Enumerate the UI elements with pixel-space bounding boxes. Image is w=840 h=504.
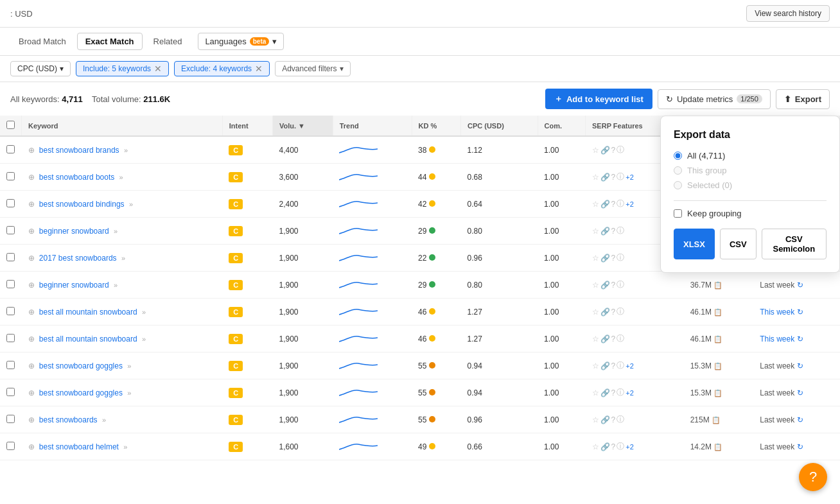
keyword-link[interactable]: best all mountain snowboard (39, 335, 137, 343)
trend-column-header[interactable]: Trend (333, 116, 412, 136)
keyword-link[interactable]: best snowboard goggles (39, 361, 123, 370)
row-checkbox[interactable] (6, 253, 15, 261)
keyword-link[interactable]: best snowboard helmet (39, 442, 119, 451)
include-keywords-filter[interactable]: Include: 5 keywords ✕ (76, 61, 169, 76)
csv-button[interactable]: CSV (720, 229, 757, 259)
add-row-icon[interactable]: ⊕ (28, 335, 35, 343)
updated-cell: Last week ↻ (753, 379, 839, 406)
kd-column-header[interactable]: KD % (412, 116, 460, 136)
link-icon: 🔗 (600, 308, 610, 317)
view-history-button[interactable]: View search history (746, 5, 830, 22)
languages-button[interactable]: Languages beta ▾ (198, 33, 284, 50)
add-row-icon[interactable]: ⊕ (28, 388, 35, 397)
expand-icon[interactable]: » (142, 308, 146, 316)
expand-icon[interactable]: » (123, 443, 127, 451)
keyword-link[interactable]: beginner snowboard (39, 281, 109, 290)
export-option-selected[interactable]: Selected (0) (674, 180, 827, 190)
info-icon: ⓘ (617, 441, 624, 452)
info-icon: ⓘ (617, 387, 624, 398)
cpc-column-header[interactable]: CPC (USD) (460, 116, 538, 136)
exclude-keywords-filter[interactable]: Exclude: 4 keywords ✕ (174, 61, 270, 76)
question-icon: ? (611, 388, 616, 397)
keyword-link[interactable]: best snowboard boots (39, 173, 114, 182)
info-icon: ⓘ (617, 414, 624, 425)
expand-icon[interactable]: » (127, 389, 131, 397)
question-icon: ? (611, 200, 616, 209)
row-checkbox[interactable] (6, 415, 15, 423)
info-icon: ⓘ (617, 144, 624, 155)
keyword-link[interactable]: 2017 best snowboards (39, 254, 117, 263)
update-metrics-button[interactable]: ↻ Update metrics 1/250 (658, 89, 771, 109)
add-row-icon[interactable]: ⊕ (28, 146, 35, 155)
select-all-checkbox[interactable] (6, 121, 15, 129)
row-checkbox[interactable] (6, 442, 15, 450)
trend-cell (333, 245, 412, 272)
intent-badge: C (229, 226, 243, 236)
exclude-close-icon[interactable]: ✕ (255, 64, 263, 73)
row-checkbox[interactable] (6, 334, 15, 342)
keyword-link[interactable]: best snowboard bindings (39, 200, 125, 209)
expand-icon[interactable]: » (114, 281, 118, 289)
keyword-link[interactable]: best snowboard brands (39, 146, 119, 155)
add-row-icon[interactable]: ⊕ (28, 200, 35, 209)
advanced-filters-button[interactable]: Advanced filters ▾ (275, 61, 350, 76)
add-row-icon[interactable]: ⊕ (28, 281, 35, 290)
volume-column-header[interactable]: Volu. ▼ (272, 116, 333, 136)
add-row-icon[interactable]: ⊕ (28, 308, 35, 317)
expand-icon[interactable]: » (102, 416, 106, 424)
export-icon: ⬆ (784, 94, 791, 104)
add-row-icon[interactable]: ⊕ (28, 254, 35, 263)
star-icon: ☆ (592, 335, 599, 343)
cpc-cell: 0.96 (460, 406, 538, 433)
include-close-icon[interactable]: ✕ (154, 64, 162, 73)
row-checkbox[interactable] (6, 199, 15, 207)
expand-icon[interactable]: » (124, 146, 128, 154)
row-checkbox[interactable] (6, 172, 15, 180)
cpc-cell: 0.66 (460, 433, 538, 460)
intent-badge: C (229, 253, 243, 263)
export-button[interactable]: ⬆ Export (776, 89, 830, 109)
keyword-link[interactable]: best snowboards (39, 415, 98, 424)
row-checkbox[interactable] (6, 145, 15, 153)
expand-icon[interactable]: » (114, 227, 118, 235)
add-row-icon[interactable]: ⊕ (28, 227, 35, 236)
expand-icon[interactable]: » (129, 200, 133, 208)
row-checkbox[interactable] (6, 361, 15, 369)
add-row-icon[interactable]: ⊕ (28, 173, 35, 182)
add-row-icon[interactable]: ⊕ (28, 415, 35, 424)
keyword-link[interactable]: best snowboard goggles (39, 388, 123, 397)
keep-grouping-checkbox-label[interactable]: Keep grouping (674, 209, 827, 218)
xlsx-button[interactable]: XLSX (674, 229, 715, 259)
cpc-cell: 0.94 (460, 379, 538, 406)
row-checkbox[interactable] (6, 280, 15, 288)
trend-cell (333, 191, 412, 218)
traffic-cell: 15.3M 📋 (684, 379, 754, 406)
link-icon: 🔗 (600, 227, 610, 236)
chevron-down-icon: ▾ (272, 37, 277, 46)
add-to-keyword-list-button[interactable]: ＋ Add to keyword list (545, 89, 652, 109)
keyword-link[interactable]: best all mountain snowboard (39, 308, 137, 317)
expand-icon[interactable]: » (142, 335, 146, 343)
com-cell: 1.00 (538, 136, 586, 164)
expand-icon[interactable]: » (119, 173, 123, 181)
tab-related[interactable]: Related (145, 33, 191, 50)
row-checkbox[interactable] (6, 307, 15, 315)
tab-exact-match[interactable]: Exact Match (77, 33, 143, 50)
expand-icon[interactable]: » (127, 362, 131, 370)
export-option-all[interactable]: All (4,711) (674, 151, 827, 161)
keyword-link[interactable]: beginner snowboard (39, 227, 109, 236)
com-column-header[interactable]: Com. (538, 116, 586, 136)
csv-semicolon-button[interactable]: CSV Semicolon (762, 229, 827, 259)
trend-cell (333, 406, 412, 433)
cpc-filter-button[interactable]: CPC (USD) ▾ (10, 61, 71, 76)
keep-grouping-checkbox[interactable] (674, 209, 682, 218)
expand-icon[interactable]: » (121, 254, 125, 262)
row-checkbox[interactable] (6, 226, 15, 234)
add-row-icon[interactable]: ⊕ (28, 361, 35, 370)
add-row-icon[interactable]: ⊕ (28, 442, 35, 451)
star-icon: ☆ (592, 227, 599, 236)
link-icon: 🔗 (600, 335, 610, 343)
row-checkbox[interactable] (6, 388, 15, 396)
tab-broad-match[interactable]: Broad Match (10, 33, 74, 50)
export-option-group[interactable]: This group (674, 166, 827, 175)
